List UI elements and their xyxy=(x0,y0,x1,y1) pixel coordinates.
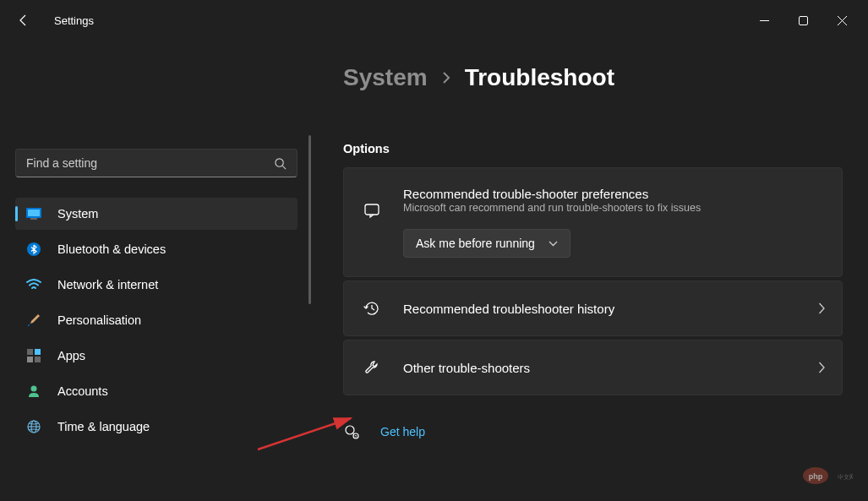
card-title: Other trouble-shooters xyxy=(403,361,818,375)
svg-point-19 xyxy=(346,426,354,434)
svg-rect-7 xyxy=(28,210,40,216)
history-icon xyxy=(361,300,383,317)
close-icon xyxy=(838,16,847,25)
card-recommended-preferences: Recommended trouble-shooter preferences … xyxy=(343,167,843,277)
sidebar-item-accounts[interactable]: Accounts xyxy=(15,375,298,407)
svg-text:中文网: 中文网 xyxy=(838,474,853,480)
close-button[interactable] xyxy=(822,7,861,34)
search-icon xyxy=(274,157,287,170)
sidebar-item-personalisation[interactable]: Personalisation xyxy=(15,304,298,336)
paintbrush-icon xyxy=(25,312,42,329)
search-box[interactable] xyxy=(15,149,298,177)
dropdown-value: Ask me before running xyxy=(416,237,535,250)
sidebar-item-apps[interactable]: Apps xyxy=(15,340,298,372)
back-arrow-icon xyxy=(17,14,30,27)
svg-point-4 xyxy=(276,158,283,166)
svg-text:php: php xyxy=(809,472,823,481)
sidebar-item-label: Apps xyxy=(57,349,85,362)
svg-text:?: ? xyxy=(355,434,358,439)
card-list: Recommended trouble-shooter preferences … xyxy=(343,167,843,395)
svg-line-5 xyxy=(282,166,286,169)
card-history[interactable]: Recommended troubleshooter history xyxy=(343,280,843,336)
sidebar: System Bluetooth & devices Network & int… xyxy=(0,41,313,501)
chevron-right-icon xyxy=(441,71,451,84)
window-title: Settings xyxy=(54,14,94,27)
sidebar-item-time[interactable]: Time & language xyxy=(15,411,298,443)
bluetooth-icon xyxy=(25,241,42,258)
back-button[interactable] xyxy=(7,3,41,37)
sidebar-item-label: Accounts xyxy=(57,384,108,398)
breadcrumb: System Troubleshoot xyxy=(343,64,843,91)
section-title: Options xyxy=(343,142,843,155)
sidebar-item-label: Network & internet xyxy=(57,278,158,291)
accounts-icon xyxy=(25,383,42,400)
minimize-button[interactable] xyxy=(745,7,783,34)
help-label: Get help xyxy=(380,425,425,438)
svg-rect-18 xyxy=(365,204,379,215)
system-icon xyxy=(25,205,42,222)
chevron-down-icon xyxy=(549,241,558,247)
content-area: System Troubleshoot Options Recommended … xyxy=(313,41,868,501)
card-title: Recommended trouble-shooter preferences xyxy=(403,187,825,201)
card-subtitle: Microsoft can recommend and run trouble-… xyxy=(403,202,825,214)
svg-point-14 xyxy=(31,386,37,392)
get-help-link[interactable]: ? Get help xyxy=(343,419,843,444)
sidebar-item-network[interactable]: Network & internet xyxy=(15,269,298,301)
apps-icon xyxy=(25,347,42,364)
globe-icon xyxy=(25,418,42,435)
card-title: Recommended troubleshooter history xyxy=(403,302,818,316)
svg-rect-10 xyxy=(27,349,33,355)
svg-rect-11 xyxy=(35,349,41,355)
maximize-button[interactable] xyxy=(783,7,822,34)
breadcrumb-current: Troubleshoot xyxy=(465,64,614,91)
titlebar: Settings xyxy=(0,0,868,41)
breadcrumb-parent[interactable]: System xyxy=(343,64,428,91)
window-controls xyxy=(745,7,861,34)
svg-rect-12 xyxy=(27,357,33,362)
preferences-dropdown[interactable]: Ask me before running xyxy=(403,229,570,258)
maximize-icon xyxy=(799,16,808,25)
sidebar-scrollbar[interactable] xyxy=(308,135,311,304)
sidebar-item-label: Time & language xyxy=(57,420,150,433)
minimize-icon xyxy=(760,16,769,25)
chevron-right-icon xyxy=(818,362,825,373)
nav-list: System Bluetooth & devices Network & int… xyxy=(15,198,298,443)
svg-rect-8 xyxy=(30,218,37,220)
sidebar-item-system[interactable]: System xyxy=(15,198,298,230)
chevron-right-icon xyxy=(818,302,825,314)
sidebar-item-label: Bluetooth & devices xyxy=(57,242,166,256)
search-input[interactable] xyxy=(26,156,274,170)
wrench-icon xyxy=(361,359,383,376)
sidebar-item-label: Personalisation xyxy=(57,313,141,327)
svg-rect-13 xyxy=(35,357,41,362)
sidebar-item-label: System xyxy=(57,207,98,221)
help-icon: ? xyxy=(343,424,360,439)
sidebar-item-bluetooth[interactable]: Bluetooth & devices xyxy=(15,233,298,265)
wifi-icon xyxy=(25,276,42,293)
watermark: php中文网 xyxy=(802,466,853,486)
card-other-troubleshooters[interactable]: Other trouble-shooters xyxy=(343,340,843,395)
chat-icon xyxy=(361,202,383,219)
svg-rect-1 xyxy=(799,16,807,25)
